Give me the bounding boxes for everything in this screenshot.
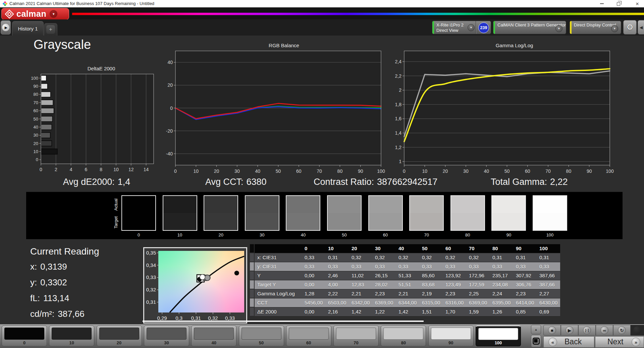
pattern-swatch <box>4 328 44 340</box>
add-tab-button[interactable]: + <box>44 23 57 36</box>
cell-value: 6344,00 <box>396 298 419 307</box>
tab-history-1[interactable]: History 1 <box>12 21 44 36</box>
meter-count-badge[interactable]: 239 <box>478 22 489 33</box>
cell-value: 0,32 <box>443 253 466 262</box>
pattern-button-80[interactable]: 80 <box>381 326 426 346</box>
minimize-button[interactable] <box>595 0 608 7</box>
settings-button[interactable]: ⚙ <box>623 20 637 34</box>
svg-text:70: 70 <box>545 168 551 174</box>
collapse-panel-button[interactable]: ◀ <box>638 20 644 34</box>
reading-x: x:0,3139 <box>30 262 99 272</box>
pattern-button-90[interactable]: 90 <box>428 326 474 346</box>
tab-bar: ▶ History 1 + X-Rite i1Pro 2 Direct View… <box>0 19 644 36</box>
chevrons-left-icon: « <box>548 338 557 346</box>
pattern-swatch <box>194 328 234 340</box>
swatch-label: 100 <box>533 232 567 237</box>
series-range-button[interactable]: [·] <box>578 325 596 336</box>
plus-icon: + <box>46 25 55 34</box>
repeat-button[interactable]: ↻ <box>613 325 631 336</box>
cell-value: 6342,00 <box>349 298 372 307</box>
swatch-label: 60 <box>368 232 403 237</box>
deltae-canvas: 100908070605040302010002468101214 <box>28 73 162 175</box>
pattern-label: 90 <box>429 340 473 345</box>
divider <box>476 21 476 34</box>
pattern-button-0[interactable]: 0 <box>2 326 47 346</box>
svg-text:30: 30 <box>34 133 38 138</box>
svg-text:1,2: 1,2 <box>395 145 402 150</box>
cell-value: 0,33 <box>537 262 560 271</box>
strip-swatch-90 <box>491 195 526 231</box>
swatch-target <box>328 213 361 230</box>
repeat-icon: ↻ <box>618 326 626 334</box>
pattern-button-10[interactable]: 10 <box>49 326 94 346</box>
gear-icon: ⚙ <box>627 23 634 32</box>
svg-text:0,29: 0,29 <box>157 315 167 321</box>
pattern-swatch <box>241 328 281 340</box>
cell-value: 6430,00 <box>537 298 560 307</box>
calman-menu-button[interactable]: calman ▼ <box>1 8 69 20</box>
svg-text:30: 30 <box>234 168 240 174</box>
pattern-swatch <box>147 328 186 340</box>
display-control-name: Direct Display Control <box>574 22 616 27</box>
pattern-button-100[interactable]: 100 <box>476 326 521 346</box>
display-control-dropdown[interactable]: Direct Display Control ▼ <box>570 21 621 34</box>
back-button[interactable]: « Back <box>543 336 594 348</box>
meter-status-stripe <box>432 21 434 34</box>
pattern-button-70[interactable]: 70 <box>333 326 379 346</box>
swatch-actual <box>286 196 320 213</box>
next-button[interactable]: Next » <box>595 336 644 348</box>
pattern-window-button[interactable] <box>531 335 541 347</box>
svg-text:90: 90 <box>358 168 363 174</box>
stop-button[interactable]: ■ <box>543 325 561 336</box>
chevron-down-icon: ▼ <box>555 25 562 32</box>
cell-value: 1,70 <box>443 307 466 316</box>
rgb-balance-chart: RGB Balance 40200-20-4001020304050607080… <box>161 43 392 175</box>
play-button[interactable]: ▶ <box>561 325 578 336</box>
cell-value: 28,02 <box>372 280 396 289</box>
cell-value: 0,33 <box>302 262 325 271</box>
cell-value: 6369,00 <box>372 298 396 307</box>
continuous-icon: ∞ <box>600 326 608 334</box>
svg-text:12: 12 <box>128 167 134 172</box>
pattern-button-50[interactable]: 50 <box>239 326 284 346</box>
workflow-advance-button[interactable]: ▶ <box>1 20 11 34</box>
cell-value: 6414,00 <box>513 298 537 307</box>
pattern-label: 20 <box>97 340 142 345</box>
chart-title: DeltaE 2000 <box>28 66 162 73</box>
cell-value: 26,15 <box>372 271 396 280</box>
cell-value: 0,33 <box>490 262 513 271</box>
svg-text:8: 8 <box>100 167 102 172</box>
pattern-panel-toggle[interactable]: ▲ <box>531 325 541 334</box>
strip-swatch-10 <box>163 195 197 231</box>
close-button[interactable]: × <box>631 0 644 7</box>
chevron-left-icon: ◀ <box>640 25 643 30</box>
highlight-line <box>143 321 424 322</box>
source-dropdown[interactable]: CalMAN Client 3 Pattern Generator ▼ <box>493 21 566 34</box>
continuous-button[interactable]: ∞ <box>596 325 613 336</box>
swatch-target <box>533 213 567 230</box>
pattern-button-30[interactable]: 30 <box>144 326 189 346</box>
swatch-target <box>204 213 237 230</box>
cell-value: 0,33 <box>513 262 537 271</box>
pattern-button-20[interactable]: 20 <box>97 326 142 346</box>
swatch-actual <box>122 196 155 213</box>
cell-value: 387,66 <box>537 271 560 280</box>
cell-value: 234,08 <box>490 280 513 289</box>
cell-value: 6503,00 <box>325 298 349 307</box>
cell-value: 2,23 <box>443 289 466 298</box>
svg-text:70: 70 <box>317 168 322 174</box>
svg-text:20: 20 <box>443 168 448 174</box>
cell-value: 85,60 <box>419 271 443 280</box>
svg-text:60: 60 <box>525 168 530 174</box>
svg-text:0,33: 0,33 <box>146 274 156 280</box>
meter-dropdown[interactable]: X-Rite i1Pro 2 Direct View ▼ 239 <box>432 21 491 34</box>
pattern-label: 60 <box>286 340 331 345</box>
cell-value: 0,32 <box>396 253 419 262</box>
pattern-button-60[interactable]: 60 <box>286 326 331 346</box>
swatch-target <box>369 213 402 230</box>
cell-value: 1,59 <box>466 307 490 316</box>
restore-button[interactable] <box>612 0 626 7</box>
cell-value: 0,31 <box>325 253 349 262</box>
pattern-swatch <box>383 328 423 340</box>
pattern-button-40[interactable]: 40 <box>191 326 236 346</box>
